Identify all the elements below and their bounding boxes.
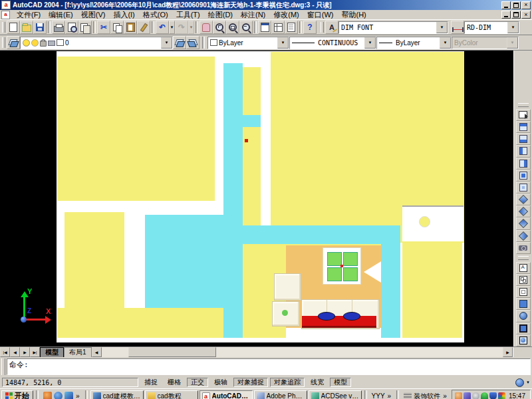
task-acdsee[interactable]: ACDSee v3.1... <box>309 390 362 399</box>
3d-wireframe-button[interactable] <box>516 274 531 286</box>
menu-file[interactable]: 文件(F) <box>13 9 45 21</box>
save-button[interactable] <box>33 21 47 34</box>
2d-wireframe-button[interactable] <box>516 262 531 274</box>
menu-format[interactable]: 格式(O) <box>139 9 172 21</box>
task-cad-tutorial-folder[interactable]: cad教程 <box>145 390 198 399</box>
horizontal-scrollbar[interactable]: ◀ ▶ <box>92 347 513 357</box>
doc-restore-button[interactable] <box>511 11 521 19</box>
toolbar-grip[interactable] <box>2 22 5 33</box>
redo-dropdown-button[interactable]: ▼ <box>188 21 194 34</box>
tray-icon-2[interactable] <box>464 392 471 399</box>
make-layer-current-button[interactable] <box>173 36 186 49</box>
linetype-combo[interactable]: CONTINUOUS ▼ <box>289 37 376 49</box>
undo-button[interactable]: ↶ <box>156 21 169 34</box>
toggle-polar[interactable]: 极轴 <box>210 378 231 387</box>
toggle-ortho[interactable]: 正交 <box>187 378 208 387</box>
toggle-otrack[interactable]: 对象追踪 <box>270 378 305 387</box>
quick-launch-icon-3[interactable] <box>65 392 73 399</box>
menu-help[interactable]: 帮助(H) <box>338 9 370 21</box>
gouraud-shaded-button[interactable] <box>516 310 531 322</box>
zoom-previous-button[interactable] <box>239 21 253 34</box>
lineweight-combo[interactable]: ByLayer ▼ <box>376 37 452 49</box>
plot-preview-button[interactable] <box>65 21 78 34</box>
toggle-osnap[interactable]: 对象捕捉 <box>233 378 268 387</box>
decor-overflow-chevron[interactable]: » <box>442 392 448 399</box>
text-style-dropdown[interactable]: ▼ <box>436 22 448 33</box>
text-style-combo[interactable]: DIM_FONT ▼ <box>338 21 448 34</box>
yyy-overflow-chevron[interactable]: » <box>387 392 392 399</box>
layer-previous-button[interactable] <box>186 36 200 49</box>
match-properties-button[interactable] <box>137 21 150 34</box>
flat-shaded-edges-button[interactable] <box>516 323 531 334</box>
statusbar-tray-arrow[interactable]: ▼ <box>526 380 530 384</box>
menu-dimension[interactable]: 标注(N) <box>237 9 269 21</box>
menu-modify[interactable]: 修改(M) <box>269 9 303 21</box>
zoom-window-button[interactable] <box>226 21 239 34</box>
named-views-button[interactable] <box>516 109 531 121</box>
task-autocad[interactable]: a AutoCAD 200... <box>200 390 253 399</box>
restore-button[interactable] <box>511 1 521 9</box>
linetype-dropdown[interactable]: ▼ <box>364 37 376 49</box>
tray-icon-6[interactable] <box>498 392 505 399</box>
layer-combo[interactable]: 0 ▼ <box>20 37 173 49</box>
drawing-canvas[interactable]: Y X Z <box>0 51 513 346</box>
properties-palette-button[interactable] <box>258 21 271 34</box>
toolbar-yyy[interactable]: YYY » <box>370 392 394 399</box>
toolbar-grip[interactable] <box>321 22 324 33</box>
back-view-button[interactable] <box>516 182 531 194</box>
sw-isometric-button[interactable] <box>516 194 531 205</box>
redo-button[interactable]: ↷ <box>175 21 188 34</box>
top-view-button[interactable] <box>516 121 531 133</box>
tool-palettes-button[interactable] <box>285 21 298 34</box>
command-input-area[interactable]: 命令: <box>7 358 531 375</box>
tab-next-button[interactable]: ▶ <box>20 347 30 357</box>
tab-prev-button[interactable]: ◀ <box>10 347 20 357</box>
close-button[interactable]: × <box>521 1 531 9</box>
toggle-grid[interactable]: 栅格 <box>164 378 185 387</box>
tray-shield-icon[interactable] <box>489 392 497 399</box>
right-view-button[interactable] <box>516 158 531 170</box>
toggle-lineweight[interactable]: 线宽 <box>307 378 328 387</box>
open-file-button[interactable] <box>20 21 33 34</box>
nw-isometric-button[interactable] <box>516 230 531 242</box>
tab-last-button[interactable]: ▶| <box>30 347 40 357</box>
zoom-realtime-button[interactable] <box>213 21 226 34</box>
dim-style-button[interactable] <box>451 21 464 34</box>
tab-model[interactable]: 模型 <box>40 347 64 357</box>
gouraud-shaded-edges-button[interactable] <box>516 334 531 346</box>
new-file-button[interactable] <box>7 21 20 34</box>
se-isometric-button[interactable] <box>516 205 531 217</box>
quick-launch-icon-1[interactable] <box>43 392 52 399</box>
task-cad-modeling-tutorial[interactable]: cad建模教程... <box>90 390 144 399</box>
minimize-button[interactable] <box>501 1 511 9</box>
task-adobe-photoshop[interactable]: Adobe Photo... <box>254 390 307 399</box>
help-button[interactable]: ? <box>303 21 317 34</box>
start-button[interactable]: 开始 <box>1 390 33 399</box>
paste-button[interactable] <box>124 21 137 34</box>
toggle-model[interactable]: 模型 <box>330 378 351 387</box>
layer-manager-button[interactable] <box>7 36 20 49</box>
doc-minimize-button[interactable] <box>501 11 511 19</box>
menu-edit[interactable]: 编辑(E) <box>45 9 77 21</box>
scrollbar-thumb[interactable] <box>128 347 216 357</box>
lineweight-dropdown[interactable]: ▼ <box>440 37 451 49</box>
dim-style-combo[interactable]: RD-DIM ▼ <box>464 21 519 34</box>
left-view-button[interactable] <box>516 145 531 157</box>
cut-button[interactable]: ✂ <box>97 21 110 34</box>
shade-toolbar-grip[interactable] <box>518 256 529 260</box>
quick-launch-icon-2[interactable] <box>54 392 63 399</box>
bottom-view-button[interactable] <box>516 133 531 145</box>
camera-button[interactable] <box>516 242 531 254</box>
tray-umbrella-icon[interactable] <box>481 392 488 399</box>
command-window-grip[interactable] <box>1 358 5 375</box>
menu-window[interactable]: 窗口(W) <box>303 9 338 21</box>
doc-close-button[interactable]: × <box>521 11 531 19</box>
copy-button[interactable] <box>110 21 124 34</box>
tab-first-button[interactable]: |◀ <box>0 347 10 357</box>
color-combo[interactable]: ByLayer ▼ <box>207 37 289 49</box>
toggle-snap[interactable]: 捕捉 <box>140 378 162 387</box>
scroll-right-arrow[interactable]: ▶ <box>503 347 513 357</box>
menu-insert[interactable]: 插入(I) <box>109 9 138 21</box>
quick-launch-overflow-chevron[interactable]: » <box>75 392 80 399</box>
flat-shaded-button[interactable] <box>516 298 531 310</box>
